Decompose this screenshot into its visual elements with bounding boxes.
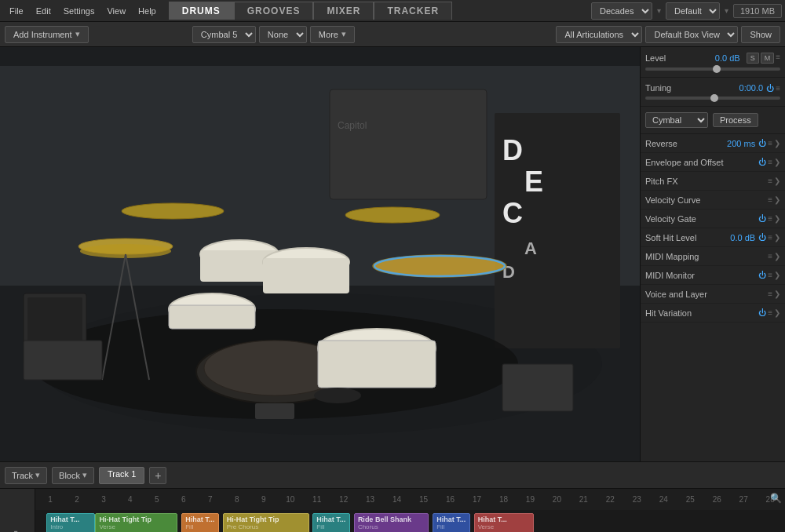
midi-monitor-expand-icon[interactable]: ❯	[774, 271, 780, 279]
menu-edit[interactable]: Edit	[30, 3, 57, 19]
velocity-gate-menu-icon[interactable]: ≡	[768, 214, 772, 223]
soft-hit-menu-icon[interactable]: ≡	[768, 233, 772, 242]
tab-grooves[interactable]: GROOVES	[234, 2, 314, 20]
solo-button[interactable]: S	[747, 53, 759, 64]
default-select[interactable]: Default	[666, 2, 720, 20]
add-track-button[interactable]: +	[149, 467, 166, 484]
soft-hit-icons: ⏻ ≡ ❯	[758, 233, 780, 242]
cymbal-select[interactable]: Cymbal 5	[192, 26, 256, 43]
svg-rect-33	[27, 297, 82, 344]
show-button[interactable]: Show	[741, 26, 780, 43]
track-clip-c6[interactable]: Ride Bell ShankChorus	[354, 513, 429, 532]
reverse-power-icon[interactable]: ⏻	[758, 139, 766, 148]
clip-title-c4: Hi-Hat Tight Tip	[227, 516, 305, 523]
cymbal-process-section: Cymbal Process	[641, 107, 785, 134]
track-clip-c1[interactable]: Hihat T...Intro	[46, 513, 95, 532]
tab-mixer[interactable]: MIXER	[313, 2, 374, 20]
timeline-number-4: 4	[117, 495, 144, 504]
block-dropdown-button[interactable]: Block ▾	[52, 467, 94, 484]
track-clip-c5[interactable]: Hihat T...Fill	[312, 513, 350, 532]
reverse-menu-icon[interactable]: ≡	[768, 139, 772, 148]
track-clip-c2[interactable]: Hi-Hat Tight TipVerse	[95, 513, 177, 532]
block-chevron-icon: ▾	[82, 470, 87, 480]
cymbal-dropdown[interactable]: Cymbal	[645, 112, 708, 128]
soft-hit-expand-icon[interactable]: ❯	[774, 233, 780, 242]
voice-layer-menu-icon[interactable]: ≡	[768, 290, 772, 298]
tuning-slider[interactable]	[645, 97, 780, 100]
hit-variation-power-icon[interactable]: ⏻	[758, 308, 766, 317]
menu-view[interactable]: View	[100, 3, 132, 19]
midi-mapping-menu-icon[interactable]: ≡	[768, 252, 772, 261]
track-row-0: Hihat T...IntroHi-Hat Tight TipVerseHiha…	[35, 510, 785, 532]
track-dropdown-button[interactable]: Track ▾	[5, 467, 47, 484]
none-select[interactable]: None	[259, 26, 307, 43]
velocity-gate-expand-icon[interactable]: ❯	[774, 214, 780, 223]
reverse-expand-icon[interactable]: ❯	[774, 139, 780, 148]
menu-settings[interactable]: Settings	[57, 3, 101, 19]
clip-subtitle-c2: Verse	[99, 523, 173, 530]
envelope-row: Envelope and Offset ⏻ ≡ ❯	[641, 153, 785, 172]
soft-hit-power-icon[interactable]: ⏻	[758, 233, 766, 242]
add-instrument-button[interactable]: Add Instrument ▾	[5, 26, 89, 43]
velocity-curve-menu-icon[interactable]: ≡	[768, 195, 772, 204]
timeline-number-20: 20	[543, 495, 570, 504]
hit-variation-menu-icon[interactable]: ≡	[768, 308, 772, 317]
menu-help[interactable]: Help	[132, 3, 162, 19]
svg-rect-3	[330, 89, 487, 199]
preset-select[interactable]: Decades	[591, 2, 652, 20]
zoom-icon[interactable]: 🔍	[770, 493, 782, 504]
envelope-power-icon[interactable]: ⏻	[758, 158, 766, 166]
track-clip-c3[interactable]: Hihat T...Fill	[181, 513, 219, 532]
velocity-curve-expand-icon[interactable]: ❯	[774, 195, 780, 204]
menu-file[interactable]: File	[3, 3, 30, 19]
midi-monitor-power-icon[interactable]: ⏻	[758, 271, 766, 279]
tuning-power-icon[interactable]: ⏻	[766, 84, 774, 93]
hit-variation-expand-icon[interactable]: ❯	[774, 308, 780, 317]
envelope-expand-icon[interactable]: ❯	[774, 158, 780, 166]
drum-view[interactable]: Capitol D E C A D	[0, 47, 640, 461]
level-slider-thumb[interactable]	[713, 65, 721, 73]
tab-tracker[interactable]: TRACKER	[374, 2, 452, 20]
timeline-number-15: 15	[411, 495, 437, 504]
midi-mapping-icons: ≡ ❯	[768, 252, 780, 261]
track-clip-c4[interactable]: Hi-Hat Tight TipPre Chorus	[223, 513, 309, 532]
clip-title-c7: Hihat T...	[436, 516, 466, 523]
pitch-fx-menu-icon[interactable]: ≡	[768, 177, 772, 185]
mute-button[interactable]: M	[761, 53, 775, 64]
articulations-select[interactable]: All Articulations	[556, 26, 642, 43]
tracks-left-tools: ↖ ✂ 🔍	[0, 510, 35, 532]
hit-variation-row: Hit Variation ⏻ ≡ ❯	[641, 304, 785, 322]
velocity-gate-power-icon[interactable]: ⏻	[758, 214, 766, 223]
envelope-icons: ⏻ ≡ ❯	[758, 158, 780, 166]
box-view-select[interactable]: Default Box View	[645, 26, 738, 43]
tracks-content[interactable]: Hihat T...IntroHi-Hat Tight TipVerseHiha…	[35, 510, 785, 532]
tuning-value: 0:00.0	[739, 83, 764, 93]
midi-mapping-expand-icon[interactable]: ❯	[774, 252, 780, 261]
clip-title-c5: Hihat T...	[316, 516, 346, 523]
tuning-slider-thumb[interactable]	[710, 94, 718, 102]
clip-title-c6: Ride Bell Shank	[358, 516, 425, 523]
timeline-number-3: 3	[90, 495, 117, 504]
process-button[interactable]: Process	[713, 113, 758, 127]
timeline-number-10: 10	[277, 495, 304, 504]
level-slider[interactable]	[645, 67, 780, 71]
pitch-fx-expand-icon[interactable]: ❯	[774, 177, 780, 185]
timeline-number-17: 17	[464, 495, 491, 504]
velocity-gate-row: Velocity Gate ⏻ ≡ ❯	[641, 210, 785, 228]
clip-title-c3: Hihat T...	[185, 516, 215, 523]
midi-monitor-menu-icon[interactable]: ≡	[768, 271, 772, 279]
timeline-number-18: 18	[490, 495, 517, 504]
menu-bar: File Edit Settings View Help DRUMS GROOV…	[0, 0, 785, 22]
envelope-menu-icon[interactable]: ≡	[768, 158, 772, 166]
timeline-number-19: 19	[517, 495, 543, 504]
level-menu-icon[interactable]: ≡	[776, 53, 780, 64]
more-chevron-icon: ▾	[341, 29, 346, 39]
more-button[interactable]: More ▾	[310, 26, 355, 43]
toolbar: Add Instrument ▾ Cymbal 5 None More ▾ Al…	[0, 22, 785, 47]
select-tool-icon[interactable]: ↖	[13, 527, 22, 532]
tuning-menu-icon[interactable]: ≡	[776, 84, 780, 93]
track-clip-c8[interactable]: Hihat T...Verse	[474, 513, 534, 532]
tab-drums[interactable]: DRUMS	[169, 2, 234, 20]
track-clip-c7[interactable]: Hihat T...Fill	[433, 513, 470, 532]
voice-layer-expand-icon[interactable]: ❯	[774, 290, 780, 298]
